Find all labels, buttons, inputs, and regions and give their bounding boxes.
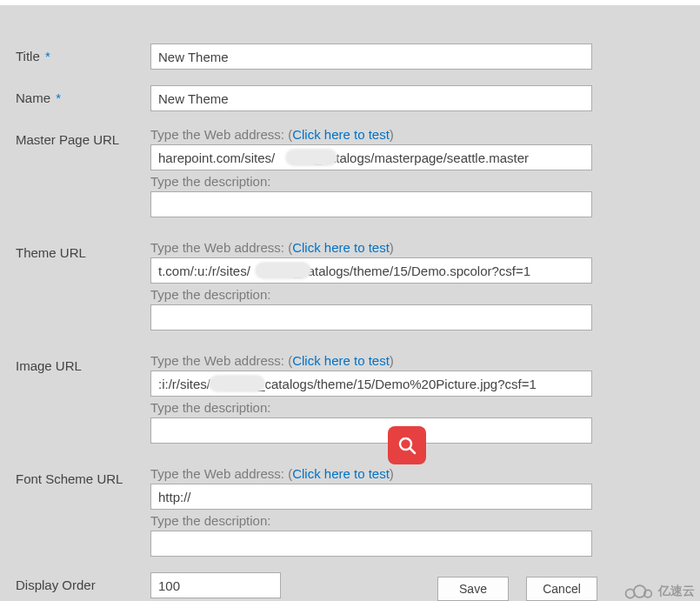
theme-url-label: Theme URL: [16, 240, 150, 260]
display-order-label: Display Order: [16, 572, 150, 592]
test-link-master[interactable]: Click here to test: [292, 127, 390, 142]
required-marker: *: [56, 90, 61, 105]
description-label: Type the description:: [150, 513, 592, 528]
name-row: Name *: [16, 85, 684, 111]
display-order-input[interactable]: [150, 572, 281, 598]
name-label: Name *: [16, 85, 150, 105]
master-page-desc-input[interactable]: [150, 191, 592, 217]
test-link-image[interactable]: Click here to test: [292, 353, 390, 368]
master-page-url-input[interactable]: [150, 144, 592, 170]
theme-url-input[interactable]: [150, 257, 592, 284]
web-address-hint: Type the Web address: (Click here to tes…: [150, 127, 592, 142]
cancel-button[interactable]: Cancel: [526, 577, 597, 601]
image-url-label: Image URL: [16, 353, 150, 373]
image-desc-input[interactable]: [150, 417, 592, 444]
save-button[interactable]: Save: [437, 577, 509, 601]
master-page-url-label: Master Page URL: [16, 127, 150, 147]
description-label: Type the description:: [150, 174, 592, 189]
test-link-theme[interactable]: Click here to test: [292, 240, 390, 255]
master-page-url-row: Master Page URL Type the Web address: (C…: [16, 127, 684, 217]
title-input[interactable]: [150, 43, 592, 70]
required-marker: *: [45, 49, 50, 63]
description-label: Type the description:: [150, 287, 592, 302]
svg-line-1: [410, 449, 416, 454]
image-url-input[interactable]: [150, 371, 592, 397]
title-label: Title *: [16, 43, 150, 63]
font-scheme-url-input[interactable]: [150, 484, 592, 510]
web-address-hint: Type the Web address: (Click here to tes…: [150, 353, 592, 368]
watermark: 亿速云: [623, 584, 695, 599]
image-url-row: Image URL Type the Web address: (Click h…: [16, 353, 684, 444]
font-scheme-desc-input[interactable]: [150, 531, 592, 557]
search-icon[interactable]: [388, 426, 426, 464]
title-row: Title *: [16, 43, 684, 70]
description-label: Type the description:: [150, 400, 592, 415]
font-scheme-url-row: Font Scheme URL Type the Web address: (C…: [16, 466, 684, 557]
web-address-hint: Type the Web address: (Click here to tes…: [150, 466, 592, 481]
test-link-font[interactable]: Click here to test: [292, 466, 390, 481]
font-scheme-url-label: Font Scheme URL: [16, 466, 150, 486]
theme-url-row: Theme URL Type the Web address: (Click h…: [16, 240, 684, 331]
web-address-hint: Type the Web address: (Click here to tes…: [150, 240, 592, 255]
name-input[interactable]: [150, 85, 592, 111]
watermark-text: 亿速云: [658, 584, 695, 599]
theme-desc-input[interactable]: [150, 304, 592, 331]
